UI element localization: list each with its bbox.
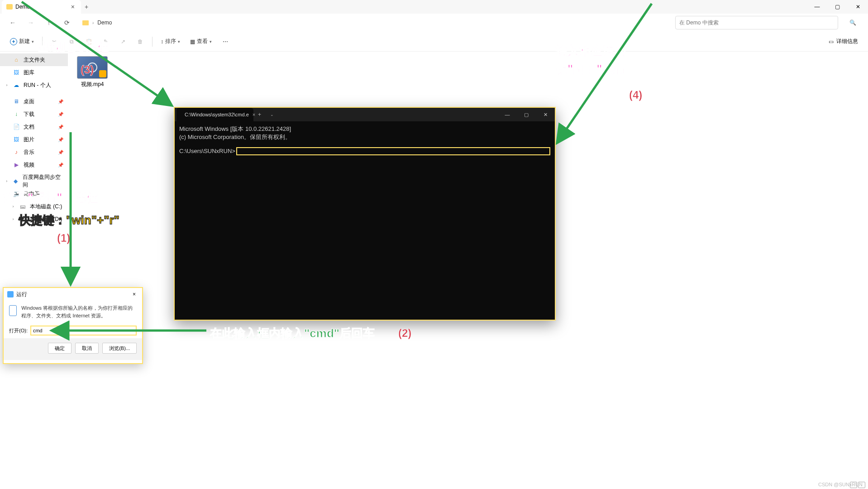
sidebar-item-desktop[interactable]: 🖥桌面📌	[0, 95, 68, 108]
explorer-tab[interactable]: Demo ×	[2, 0, 81, 14]
new-tab-button[interactable]: +	[253, 111, 266, 118]
cmd-window: C:\Windows\system32\cmd.e × + ⌄ — ▢ ✕ Mi…	[174, 107, 556, 321]
delete-button[interactable]: 🗑	[133, 37, 148, 47]
document-icon: 📄	[13, 123, 20, 130]
rename-button[interactable]: ✎	[99, 37, 113, 47]
sidebar-item-home[interactable]: ⌂主文件夹	[0, 53, 68, 66]
cmd-tab-title: C:\Windows\system32\cmd.e	[185, 112, 249, 117]
sidebar-item-documents[interactable]: 📄文档📌	[0, 120, 68, 133]
run-icon	[7, 291, 14, 297]
tab-title: Demo	[15, 4, 30, 10]
sidebar-item-localdisk-d[interactable]: ›🖴本地磁盘 (D:)	[0, 213, 68, 225]
sidebar-item-downloads[interactable]: ↓下载📌	[0, 108, 68, 120]
sidebar-label: RUN - 个人	[24, 82, 51, 89]
cmd-tab[interactable]: C:\Windows\system32\cmd.e ×	[176, 108, 253, 121]
sidebar-label: 图片	[24, 136, 34, 144]
home-icon: ⌂	[13, 56, 20, 63]
sidebar-item-thispc[interactable]: ⌄💻此电脑	[0, 187, 68, 200]
search-input[interactable]	[679, 19, 834, 26]
sidebar-label: 主文件夹	[24, 56, 45, 64]
sidebar-item-gallery[interactable]: 🖼图库	[0, 66, 68, 79]
list-view-icon[interactable]	[850, 482, 857, 488]
open-label: 打开(O):	[9, 327, 28, 334]
ok-button[interactable]: 确定	[48, 343, 72, 354]
sidebar-label: 本地磁盘 (D:)	[30, 216, 62, 223]
sidebar-label: 视频	[24, 161, 34, 169]
separator	[152, 37, 153, 47]
sidebar-item-music[interactable]: ♪音乐📌	[0, 146, 68, 158]
run-body: Windows 将根据你所输入的名称，为你打开相应的程序、文件夹、文档或 Int…	[4, 301, 142, 323]
run-dialog: 运行 × Windows 将根据你所输入的名称，为你打开相应的程序、文件夹、文档…	[3, 287, 143, 364]
chevron-down-icon: ▾	[210, 39, 212, 44]
back-button[interactable]: ←	[6, 16, 19, 29]
share-button[interactable]: ↗	[116, 37, 130, 47]
cmd-tabbar: C:\Windows\system32\cmd.e × + ⌄ — ▢ ✕	[175, 108, 555, 121]
close-button[interactable]: ✕	[848, 0, 868, 14]
disk-icon: 🖴	[19, 216, 26, 223]
grid-view-icon[interactable]	[858, 482, 865, 488]
run-input[interactable]	[30, 326, 137, 336]
search-icon[interactable]: 🔍	[844, 14, 862, 32]
view-button[interactable]: ▦ 查看 ▾	[186, 36, 215, 47]
chevron-down-icon[interactable]: ⌄	[5, 192, 9, 196]
details-icon: ▭	[829, 38, 834, 45]
sidebar-label: 百度网盘同步空间	[23, 173, 63, 189]
pc-icon: 💻	[13, 190, 20, 197]
more-button[interactable]: ⋯	[218, 37, 233, 47]
details-button[interactable]: ▭ 详细信息	[825, 36, 862, 47]
sidebar-item-baidu[interactable]: ›◆百度网盘同步空间	[0, 175, 68, 187]
run-title: 运行	[16, 291, 27, 298]
cancel-button[interactable]: 取消	[75, 343, 99, 354]
video-icon: ▶	[13, 161, 20, 168]
address-bar[interactable]: › Demo	[79, 18, 670, 28]
sidebar-item-localdisk-c[interactable]: ›🖴本地磁盘 (C:)	[0, 200, 68, 213]
baidu-icon: ◆	[12, 177, 19, 185]
cmd-body[interactable]: Microsoft Windows [版本 10.0.22621.2428] (…	[175, 121, 555, 159]
sidebar-item-run-personal[interactable]: ›☁RUN - 个人	[0, 79, 68, 91]
sidebar-label: 图库	[24, 69, 34, 77]
paste-button[interactable]: 📋	[81, 37, 96, 47]
sidebar: ⌂主文件夹 🖼图库 ›☁RUN - 个人 🖥桌面📌 ↓下载📌 📄文档📌 🖼图片📌…	[0, 52, 68, 489]
maximize-button[interactable]: ▢	[517, 108, 536, 121]
cmd-window-controls: — ▢ ✕	[498, 108, 555, 121]
close-button[interactable]: ✕	[536, 108, 555, 121]
file-name: 视频.mp4	[74, 81, 110, 88]
new-button[interactable]: + 新建 ▾	[6, 36, 38, 47]
cut-button[interactable]: ✂	[47, 37, 62, 47]
cmd-input-highlight[interactable]	[236, 147, 550, 155]
separator	[42, 37, 43, 47]
chevron-right-icon[interactable]: ›	[5, 83, 9, 87]
new-tab-button[interactable]: +	[81, 1, 92, 12]
folder-icon	[6, 4, 13, 10]
sidebar-item-videos[interactable]: ▶视频📌	[0, 158, 68, 171]
sort-button[interactable]: ↕ 排序 ▾	[157, 36, 184, 47]
browse-button[interactable]: 浏览(B)...	[102, 343, 137, 354]
search-box[interactable]	[675, 16, 838, 29]
chevron-right-icon[interactable]: ›	[11, 204, 15, 209]
chevron-right-icon: ›	[92, 20, 94, 25]
sidebar-label: 下载	[24, 110, 34, 118]
minimize-button[interactable]: —	[498, 108, 517, 121]
forward-button[interactable]: →	[24, 16, 37, 29]
pin-icon: 📌	[58, 163, 63, 168]
pin-icon: 📌	[58, 125, 63, 129]
tab-dropdown-icon[interactable]: ⌄	[266, 112, 278, 117]
minimize-button[interactable]: —	[807, 0, 827, 14]
run-buttons: 确定 取消 浏览(B)...	[4, 338, 142, 360]
chevron-right-icon[interactable]: ›	[5, 179, 9, 183]
run-titlebar[interactable]: 运行 ×	[4, 288, 142, 301]
maximize-button[interactable]: ▢	[827, 0, 848, 14]
folder-icon	[82, 20, 89, 25]
close-tab-icon[interactable]: ×	[69, 2, 76, 11]
up-button[interactable]: ↑	[43, 16, 55, 29]
breadcrumb-segment[interactable]: Demo	[97, 19, 112, 26]
sidebar-item-pictures[interactable]: 🖼图片📌	[0, 133, 68, 146]
annotation-step-2: (2)	[398, 327, 411, 340]
music-icon: ♪	[13, 149, 20, 156]
picture-icon: 🖼	[13, 136, 20, 143]
chevron-right-icon[interactable]: ›	[11, 217, 15, 221]
refresh-button[interactable]: ⟳	[61, 16, 73, 29]
close-icon[interactable]: ×	[130, 290, 138, 298]
annotation-step-3: (3)	[81, 63, 94, 76]
copy-button[interactable]: ⧉	[64, 37, 79, 47]
